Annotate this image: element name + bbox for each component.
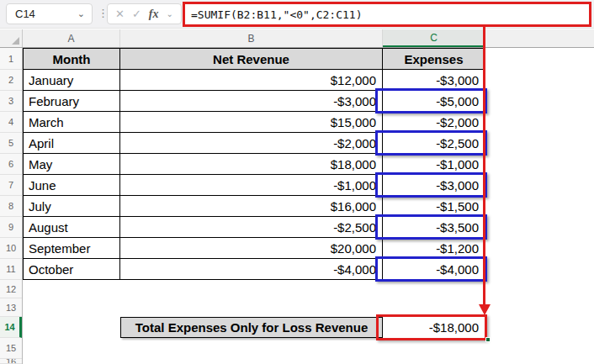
month-cell[interactable]: January xyxy=(23,70,120,91)
table-row: October-$4,000-$4,000 xyxy=(23,259,485,280)
formula-bar-buttons: ✕ ✓ fx ⌄ xyxy=(107,3,182,24)
row-header-16[interactable]: 16 xyxy=(0,359,22,364)
table-row: January$12,000-$3,000 xyxy=(23,70,485,91)
row-header-3[interactable]: 3 xyxy=(0,91,22,112)
formula-bar: C14 ⌄ ⋮ ✕ ✓ fx ⌄ =SUMIF(B2:B11,"<0",C2:C… xyxy=(0,0,594,29)
table-row: August-$2,500-$3,500 xyxy=(23,217,485,238)
formula-text: =SUMIF(B2:B11,"<0",C2:C11) xyxy=(185,8,363,21)
cancel-icon[interactable]: ✕ xyxy=(115,8,125,20)
table-row: March$15,000-$2,000 xyxy=(23,112,485,133)
table-row: June-$1,000-$3,000 xyxy=(23,175,485,196)
red-arrow-head-icon xyxy=(479,304,491,315)
month-cell[interactable]: May xyxy=(23,154,120,175)
table-row: April-$2,000-$2,500 xyxy=(23,133,485,154)
row-header-1[interactable]: 1 xyxy=(0,48,22,70)
name-box-dropdown-icon[interactable]: ⌄ xyxy=(77,8,92,19)
revenue-cell[interactable]: -$4,000 xyxy=(120,259,383,280)
month-cell[interactable]: July xyxy=(23,196,120,217)
expense-cell[interactable]: -$1,200 xyxy=(383,238,485,259)
row-header-9[interactable]: 9 xyxy=(0,217,22,238)
expense-cell[interactable]: -$5,000 xyxy=(383,91,485,112)
month-cell[interactable]: October xyxy=(23,259,120,280)
row-header-7[interactable]: 7 xyxy=(0,175,22,196)
expense-cell[interactable]: -$4,000 xyxy=(383,259,485,280)
month-cell[interactable]: April xyxy=(23,133,120,154)
select-all-triangle-icon xyxy=(12,37,19,45)
name-box-value: C14 xyxy=(7,8,77,20)
table-row: February-$3,000-$5,000 xyxy=(23,91,485,112)
row-header-11[interactable]: 11 xyxy=(0,259,22,280)
month-cell[interactable]: March xyxy=(23,112,120,133)
month-cell[interactable]: September xyxy=(23,238,120,259)
row-header-4[interactable]: 4 xyxy=(0,112,22,133)
expense-cell[interactable]: -$2,500 xyxy=(383,133,485,154)
select-all-button[interactable] xyxy=(0,29,23,47)
revenue-cell[interactable]: $20,000 xyxy=(120,238,383,259)
revenue-cell[interactable]: -$3,000 xyxy=(120,91,383,112)
expense-cell[interactable]: -$3,000 xyxy=(383,175,485,196)
revenue-cell[interactable]: $15,000 xyxy=(120,112,383,133)
month-cell[interactable]: February xyxy=(23,91,120,112)
row-header-6[interactable]: 6 xyxy=(0,154,22,175)
row-header-14[interactable]: 14 xyxy=(0,317,22,338)
row-header-13[interactable]: 13 xyxy=(0,298,22,317)
header-cell-month[interactable]: Month xyxy=(23,48,120,70)
revenue-cell[interactable]: $16,000 xyxy=(120,196,383,217)
table-row: July$16,000-$1,500 xyxy=(23,196,485,217)
expense-cell[interactable]: -$1,000 xyxy=(383,154,485,175)
total-value-cell[interactable]: -$18,000 xyxy=(383,317,485,338)
name-box[interactable]: C14 ⌄ xyxy=(6,3,93,24)
row-header-2[interactable]: 2 xyxy=(0,70,22,91)
revenue-cell[interactable]: -$2,500 xyxy=(120,217,383,238)
table-row: September$20,000-$1,200 xyxy=(23,238,485,259)
revenue-cell[interactable]: -$1,000 xyxy=(120,175,383,196)
expense-cell[interactable]: -$2,000 xyxy=(383,112,485,133)
expense-cell[interactable]: -$3,000 xyxy=(383,70,485,91)
row-headers: 1 2 3 4 5 6 7 8 9 10 11 12 13 14 15 16 xyxy=(0,48,23,364)
revenue-cell[interactable]: -$2,000 xyxy=(120,133,383,154)
row-header-5[interactable]: 5 xyxy=(0,133,22,154)
month-cell[interactable]: June xyxy=(23,175,120,196)
column-header-a[interactable]: A xyxy=(23,29,120,47)
revenue-cell[interactable]: $12,000 xyxy=(120,70,383,91)
row-header-8[interactable]: 8 xyxy=(0,196,22,217)
column-header-c[interactable]: C xyxy=(383,29,485,47)
header-cell-expenses[interactable]: Expenses xyxy=(383,48,485,70)
fill-handle[interactable] xyxy=(485,337,491,342)
total-label-cell[interactable]: Total Expenses Only for Loss Revenue xyxy=(120,317,383,338)
expense-cell[interactable]: -$1,500 xyxy=(383,196,485,217)
expense-cell[interactable]: -$3,500 xyxy=(383,217,485,238)
table-header-row: Month Net Revenue Expenses xyxy=(23,48,485,70)
row-header-12[interactable]: 12 xyxy=(0,280,22,298)
insert-function-icon[interactable]: fx xyxy=(149,8,159,21)
header-cell-revenue[interactable]: Net Revenue xyxy=(120,48,383,70)
row-header-15[interactable]: 15 xyxy=(0,338,22,359)
enter-icon[interactable]: ✓ xyxy=(132,8,141,20)
column-header-b[interactable]: B xyxy=(120,29,383,47)
table-row: May$18,000-$1,000 xyxy=(23,154,485,175)
row-header-10[interactable]: 10 xyxy=(0,238,22,259)
revenue-cell[interactable]: $18,000 xyxy=(120,154,383,175)
data-table: Month Net Revenue Expenses January$12,00… xyxy=(23,48,485,280)
column-headers: A B C xyxy=(0,29,594,48)
formula-input[interactable]: =SUMIF(B2:B11,"<0",C2:C11) xyxy=(183,2,591,27)
expand-formula-bar-icon[interactable]: ⌄ xyxy=(167,9,173,18)
month-cell[interactable]: August xyxy=(23,217,120,238)
excel-window: C14 ⌄ ⋮ ✕ ✓ fx ⌄ =SUMIF(B2:B11,"<0",C2:C… xyxy=(0,0,594,364)
